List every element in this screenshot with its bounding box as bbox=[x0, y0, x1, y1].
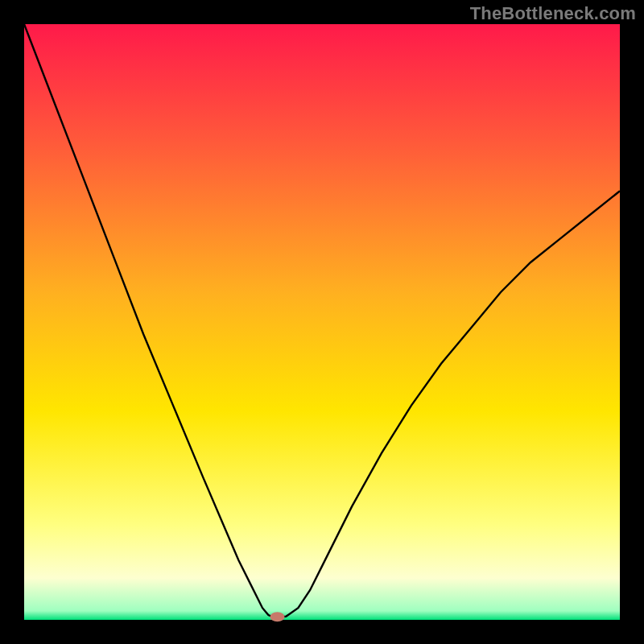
plot-background bbox=[24, 24, 620, 620]
optimum-marker bbox=[270, 612, 285, 621]
chart-frame: TheBottleneck.com bbox=[0, 0, 644, 644]
bottleneck-chart bbox=[0, 0, 644, 644]
